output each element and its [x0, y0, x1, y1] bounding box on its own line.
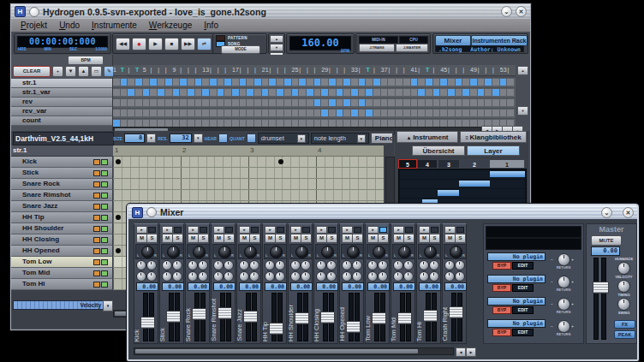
instrument-solo-led[interactable]	[101, 237, 108, 243]
instrument-row[interactable]: HH Shoulder	[11, 223, 112, 234]
channel-play-button[interactable]: ▸	[265, 226, 276, 234]
fx-send-knob[interactable]	[224, 271, 234, 282]
channel-play-button[interactable]: ▸	[367, 226, 379, 234]
song-grid-cell[interactable]	[403, 120, 410, 127]
song-grid-cell[interactable]	[478, 99, 485, 106]
song-grid-cell[interactable]	[343, 110, 350, 116]
instrument-row[interactable]: Stick	[11, 168, 112, 179]
song-grid-cell[interactable]	[381, 110, 388, 116]
fx-send-knob[interactable]	[162, 271, 172, 282]
song-grid-cell[interactable]	[284, 79, 291, 86]
song-grid-cell[interactable]	[150, 89, 157, 96]
song-grid-cell[interactable]	[456, 99, 462, 106]
song-grid-cell[interactable]	[448, 99, 455, 106]
fx-return-knob[interactable]	[558, 320, 570, 333]
song-grid-cell[interactable]	[307, 99, 313, 106]
song-grid-cell[interactable]	[165, 110, 172, 116]
song-grid-cell[interactable]	[462, 89, 469, 96]
instrument-row[interactable]: Tom Low	[11, 257, 112, 268]
song-grid-cell[interactable]	[165, 79, 172, 86]
song-grid-cell[interactable]	[507, 79, 514, 86]
fx-send-knob[interactable]	[378, 271, 388, 282]
song-grid-cell[interactable]	[224, 120, 231, 127]
song-grid-cell[interactable]	[351, 79, 358, 86]
song-grid-cell[interactable]	[337, 110, 343, 116]
channel-solo-button[interactable]: S	[378, 234, 389, 243]
song-grid-cell[interactable]	[343, 120, 350, 127]
fx-send-knob[interactable]	[352, 271, 362, 282]
fx-send-knob[interactable]	[290, 271, 301, 282]
shade-icon[interactable]: ⌄	[501, 6, 512, 17]
song-grid-cell[interactable]	[247, 89, 253, 96]
song-grid-cell[interactable]	[262, 89, 269, 96]
fx-plugin-display[interactable]: No plugin	[487, 275, 546, 283]
song-grid-cell[interactable]	[492, 99, 499, 106]
channel-fader-handle[interactable]	[346, 321, 361, 333]
song-grid-cell[interactable]	[500, 89, 507, 96]
piano-button[interactable]: Piano	[371, 133, 392, 144]
song-grid-cell[interactable]	[284, 120, 291, 127]
channel-solo-button[interactable]: S	[429, 234, 440, 243]
song-grid-cell[interactable]	[329, 99, 336, 106]
song-grid-cell[interactable]	[218, 110, 224, 116]
song-grid-cell[interactable]	[158, 110, 164, 116]
song-grid-cell[interactable]	[462, 79, 469, 86]
song-grid-cell[interactable]	[470, 89, 477, 96]
pattern-grid-row[interactable]	[113, 190, 384, 201]
fx-send-knob[interactable]	[393, 271, 403, 282]
song-grid-cell[interactable]	[381, 99, 388, 106]
song-grid-cell[interactable]	[284, 110, 291, 116]
song-grid-cell[interactable]	[240, 120, 247, 127]
song-scroll-up-icon[interactable]: ▲	[517, 66, 528, 75]
song-grid-cell[interactable]	[307, 120, 313, 127]
song-grid-cell[interactable]	[343, 89, 350, 96]
song-grid-cell[interactable]	[188, 99, 194, 106]
song-grid-cell[interactable]	[448, 120, 455, 127]
timeline-ruler[interactable]: 1T|T5|||9|||13|||17|||21|||25|||29|||33|…	[113, 65, 516, 76]
overview-button[interactable]: Übersicht	[412, 145, 465, 156]
fx-send-knob[interactable]	[455, 271, 465, 282]
note-dot[interactable]	[278, 159, 283, 164]
song-grid-cell[interactable]	[173, 89, 180, 96]
instrument-mute-led[interactable]	[93, 193, 100, 199]
channel-play-button[interactable]: ▸	[136, 226, 147, 234]
fx-bypass-button[interactable]: BYP	[492, 329, 511, 336]
song-grid-cell[interactable]	[396, 89, 402, 96]
song-grid-cell[interactable]	[492, 79, 499, 86]
song-grid-cell[interactable]	[403, 99, 410, 106]
song-grid-cell[interactable]	[507, 89, 514, 96]
song-grid-cell[interactable]	[240, 79, 247, 86]
fx-send-knob[interactable]	[367, 271, 378, 282]
song-grid-cell[interactable]	[426, 79, 432, 86]
humanize-velocity-knob[interactable]	[617, 262, 630, 275]
layer-button[interactable]: Layer	[467, 145, 520, 156]
channel-pan-knob[interactable]	[295, 246, 308, 258]
instrument-solo-led[interactable]	[101, 181, 108, 187]
song-grid-cell[interactable]	[165, 89, 172, 96]
fx-send-knob[interactable]	[352, 260, 362, 270]
song-grid-cell[interactable]	[433, 79, 440, 86]
note-dot[interactable]	[116, 159, 121, 164]
song-grid-cell[interactable]	[269, 99, 276, 106]
song-grid-cell[interactable]	[299, 79, 306, 86]
song-grid-cell[interactable]	[396, 99, 402, 106]
show-peaks-button[interactable]: PEAK	[614, 330, 635, 339]
channel-fader-handle[interactable]	[140, 317, 155, 329]
channel-solo-button[interactable]: S	[301, 234, 312, 243]
song-grid-cell[interactable]	[381, 120, 388, 127]
channel-fader-handle[interactable]	[320, 312, 335, 323]
song-grid-cell[interactable]	[173, 120, 180, 127]
song-grid-cell[interactable]	[113, 120, 120, 127]
fx-send-knob[interactable]	[403, 271, 414, 282]
song-grid-cell[interactable]	[135, 89, 142, 96]
fx-send-knob[interactable]	[265, 271, 275, 282]
song-grid-cell[interactable]	[232, 79, 239, 86]
song-grid-cell[interactable]	[240, 99, 247, 106]
channel-pan-knob[interactable]	[450, 246, 462, 258]
song-grid-cell[interactable]	[500, 99, 507, 106]
song-grid-cell[interactable]	[492, 110, 499, 116]
song-grid-cell[interactable]	[240, 89, 247, 96]
mixer-titlebar[interactable]: H Mixer ⌄ ✕	[128, 205, 637, 220]
song-scroll-down-icon[interactable]: ▼	[517, 106, 528, 116]
song-grid-cell[interactable]	[218, 89, 224, 96]
